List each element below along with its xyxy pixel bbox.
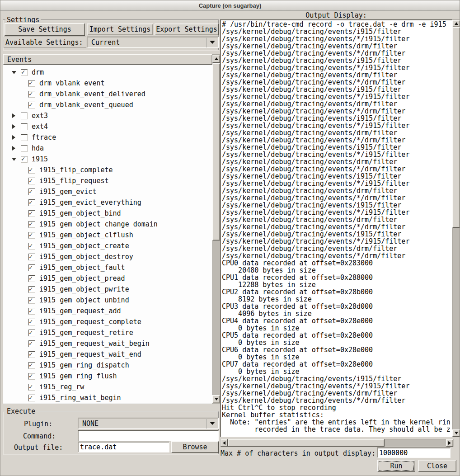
event-checkbox[interactable] (28, 232, 35, 239)
event-checkbox[interactable] (28, 189, 35, 195)
dropdown-arrow-icon[interactable] (206, 37, 218, 47)
event-tree-row[interactable]: drm_vblank_event_delivered (4, 89, 212, 99)
events-scrollbar-thumb[interactable] (212, 63, 220, 240)
event-checkbox[interactable] (28, 395, 35, 401)
event-checkbox[interactable] (28, 286, 35, 293)
event-checkbox[interactable] (28, 351, 35, 358)
event-tree-row[interactable]: i915_ring_wait_begin (4, 392, 212, 403)
event-tree-row[interactable]: i915_gem_object_pwrite (4, 284, 212, 295)
event-checkbox[interactable] (28, 199, 35, 206)
event-label: i915_ring_wait_begin (39, 394, 121, 402)
event-tree-row[interactable]: i915_gem_object_create (4, 240, 212, 251)
event-checkbox[interactable] (28, 210, 35, 217)
scroll-up-icon[interactable] (212, 55, 220, 63)
event-tree-row[interactable]: i915_gem_object_bind (4, 208, 212, 219)
event-checkbox[interactable] (21, 69, 28, 76)
event-checkbox[interactable] (28, 330, 35, 336)
event-checkbox[interactable] (28, 254, 35, 260)
run-button[interactable]: Run (377, 460, 415, 472)
output-file-input[interactable] (78, 442, 169, 452)
event-checkbox[interactable] (28, 275, 35, 282)
available-settings-dropdown[interactable]: Current (87, 37, 219, 48)
output-horizontal-scrollbar[interactable] (220, 439, 454, 447)
output-vertical-scrollbar[interactable] (452, 19, 460, 437)
expander-closed-icon[interactable] (11, 113, 17, 119)
event-tree-row[interactable]: i915_gem_object_destroy (4, 251, 212, 262)
max-chars-input[interactable] (377, 448, 451, 458)
scroll-down-icon[interactable] (212, 395, 220, 403)
output-hscrollbar-thumb[interactable] (228, 439, 385, 447)
expander-open-icon[interactable] (11, 70, 17, 75)
event-checkbox[interactable] (28, 91, 35, 98)
event-label: i915_gem_object_destroy (39, 253, 133, 261)
event-checkbox[interactable] (28, 80, 35, 87)
event-checkbox[interactable] (28, 102, 35, 108)
scroll-up-icon[interactable] (452, 20, 460, 27)
events-column-header[interactable]: Events (3, 54, 212, 65)
event-tree-row[interactable]: hda (4, 143, 212, 154)
export-settings-button[interactable]: Export Settings (155, 24, 219, 35)
event-tree-row[interactable]: i915_gem_ring_dispatch (4, 360, 212, 371)
expander-open-icon[interactable] (11, 156, 17, 162)
event-checkbox[interactable] (28, 243, 35, 250)
event-tree-row[interactable]: ext4 (4, 121, 212, 132)
event-tree-row[interactable]: i915_reg_rw (4, 382, 212, 392)
expander-closed-icon[interactable] (11, 146, 17, 151)
save-settings-label: Save Settings (18, 25, 71, 33)
plugin-dropdown[interactable]: NONE (78, 418, 219, 429)
command-input[interactable] (78, 430, 219, 441)
event-checkbox[interactable] (28, 264, 35, 271)
event-tree-row[interactable]: i915_gem_evict (4, 186, 212, 197)
event-checkbox[interactable] (28, 308, 35, 315)
scroll-left-icon[interactable] (221, 439, 228, 447)
event-tree-row[interactable]: i915_gem_object_clflush (4, 230, 212, 240)
scroll-down-icon[interactable] (452, 429, 460, 437)
event-tree-row[interactable]: i915_flip_complete (4, 165, 212, 175)
event-tree-row[interactable]: i915_gem_object_unbind (4, 295, 212, 306)
event-tree-row[interactable]: drm_vblank_event_queued (4, 99, 212, 110)
event-tree-row[interactable]: drm (4, 67, 212, 78)
expander-closed-icon[interactable] (11, 124, 17, 130)
browse-button[interactable]: Browse (171, 441, 219, 453)
event-checkbox[interactable] (28, 362, 35, 369)
close-button[interactable]: Close (418, 460, 456, 472)
event-tree-row[interactable]: i915_gem_request_complete (4, 316, 212, 327)
event-tree-row[interactable]: i915_gem_object_fault (4, 262, 212, 273)
event-checkbox[interactable] (28, 297, 35, 304)
event-tree-row[interactable]: i915_gem_ring_flush (4, 371, 212, 382)
event-tree-row[interactable]: i915_gem_request_add (4, 306, 212, 316)
event-tree-row[interactable]: i915_gem_evict_everything (4, 197, 212, 208)
event-checkbox[interactable] (21, 145, 28, 152)
event-tree-row[interactable]: i915_gem_object_change_domain (4, 219, 212, 230)
dropdown-arrow-icon[interactable] (206, 418, 218, 429)
event-checkbox[interactable] (28, 373, 35, 380)
scroll-right-icon[interactable] (446, 439, 453, 447)
save-settings-button[interactable]: Save Settings (5, 23, 85, 36)
event-tree-row[interactable]: i915_gem_request_retire (4, 327, 212, 338)
event-label: i915_gem_object_unbind (39, 296, 129, 304)
event-checkbox[interactable] (21, 123, 28, 130)
window-title: Capture (on sugarbay) (199, 2, 262, 9)
event-tree-row[interactable]: i915_gem_request_wait_end (4, 349, 212, 360)
event-tree-row[interactable]: ext3 (4, 110, 212, 121)
event-checkbox[interactable] (21, 113, 28, 119)
event-tree-row[interactable]: i915_gem_object_pread (4, 273, 212, 284)
event-checkbox[interactable] (28, 167, 35, 174)
available-settings-label: Available Settings: (4, 37, 86, 48)
event-checkbox[interactable] (28, 340, 35, 347)
event-checkbox[interactable] (21, 156, 28, 163)
events-vertical-scrollbar[interactable] (212, 54, 220, 404)
event-checkbox[interactable] (28, 221, 35, 228)
event-tree-row[interactable]: i915_flip_request (4, 175, 212, 186)
event-checkbox[interactable] (28, 178, 35, 184)
event-tree-row[interactable]: ftrace (4, 132, 212, 143)
event-checkbox[interactable] (21, 134, 28, 141)
output-scrollbar-thumb[interactable] (452, 27, 460, 228)
event-checkbox[interactable] (28, 319, 35, 325)
event-tree-row[interactable]: i915_gem_request_wait_begin (4, 338, 212, 349)
event-checkbox[interactable] (28, 384, 35, 391)
expander-closed-icon[interactable] (11, 135, 17, 141)
event-tree-row[interactable]: drm_vblank_event (4, 78, 212, 89)
event-tree-row[interactable]: i915 (4, 154, 212, 165)
import-settings-button[interactable]: Import Settings (87, 24, 153, 35)
